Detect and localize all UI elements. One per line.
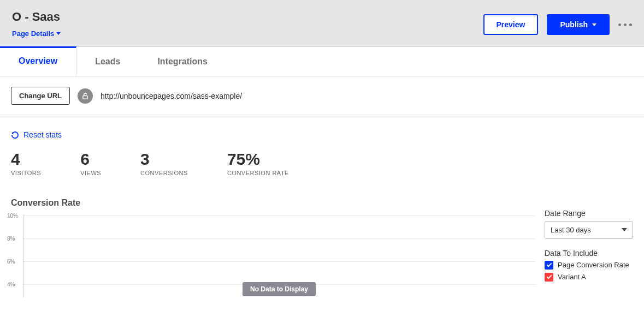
- tab-integrations[interactable]: Integrations: [139, 47, 226, 76]
- page-details-label: Page Details: [12, 29, 54, 38]
- chart-area: Conversion Rate 10% 8% 6% 4% No Data to …: [11, 198, 633, 297]
- y-tick: 8%: [7, 235, 15, 241]
- y-tick: 6%: [7, 258, 15, 264]
- publish-button[interactable]: Publish: [547, 14, 610, 35]
- chart-controls: Date Range Last 30 days Data To Include …: [535, 198, 633, 285]
- url-row: Change URL http://unbouncepages.com/sass…: [0, 77, 644, 115]
- stat-conversions: 3 CONVERSIONS: [140, 150, 188, 176]
- chart-block: Conversion Rate 10% 8% 6% 4% No Data to …: [11, 198, 535, 297]
- page-url: http://unbouncepages.com/sass-example/: [101, 92, 242, 100]
- date-range-value: Last 30 days: [551, 226, 591, 234]
- chart-title: Conversion Rate: [11, 198, 535, 208]
- tab-leads[interactable]: Leads: [76, 47, 139, 76]
- date-range-select[interactable]: Last 30 days: [545, 221, 633, 239]
- overview-content: Reset stats 4 VISITORS 6 VIEWS 3 CONVERS…: [0, 115, 644, 297]
- y-tick: 4%: [7, 281, 15, 287]
- no-data-badge: No Data to Display: [243, 282, 316, 296]
- y-tick: 10%: [7, 212, 18, 218]
- reset-stats-link[interactable]: Reset stats: [11, 130, 62, 139]
- page-details-dropdown[interactable]: Page Details: [12, 29, 61, 38]
- stat-value: 4: [11, 150, 41, 169]
- stat-value: 3: [140, 150, 188, 169]
- chevron-down-icon: [622, 228, 627, 231]
- stat-conversion-rate: 75% CONVERSION RATE: [227, 150, 289, 176]
- checkbox-label: Variant A: [558, 273, 586, 281]
- page-title: O - Saas: [12, 10, 61, 24]
- preview-button[interactable]: Preview: [483, 14, 539, 35]
- header-left: O - Saas Page Details: [12, 10, 61, 38]
- stats-row: 4 VISITORS 6 VIEWS 3 CONVERSIONS 75% CON…: [11, 150, 633, 176]
- data-include-label: Data To Include: [545, 249, 633, 258]
- chevron-down-icon: [592, 23, 596, 26]
- svg-rect-0: [83, 95, 87, 99]
- publish-label: Publish: [560, 20, 588, 29]
- chevron-down-icon: [56, 32, 61, 35]
- checkbox-label: Page Conversion Rate: [558, 261, 629, 269]
- conversion-rate-chart: 10% 8% 6% 4% No Data to Display: [23, 216, 535, 297]
- unlock-icon[interactable]: [78, 88, 93, 104]
- tab-overview[interactable]: Overview: [0, 46, 76, 76]
- stat-label: CONVERSION RATE: [227, 170, 289, 176]
- include-page-conversion-rate[interactable]: Page Conversion Rate: [545, 261, 633, 270]
- stat-label: VISITORS: [11, 170, 41, 176]
- reset-stats-label: Reset stats: [23, 130, 62, 139]
- change-url-button[interactable]: Change URL: [11, 87, 70, 105]
- header-bar: O - Saas Page Details Preview Publish: [0, 0, 644, 47]
- stat-label: CONVERSIONS: [140, 170, 188, 176]
- more-menu-button[interactable]: [618, 23, 632, 26]
- stat-visitors: 4 VISITORS: [11, 150, 41, 176]
- stat-value: 75%: [227, 150, 289, 169]
- stat-label: VIEWS: [80, 170, 101, 176]
- tabs: Overview Leads Integrations: [0, 47, 644, 77]
- stat-value: 6: [80, 150, 101, 169]
- stat-views: 6 VIEWS: [80, 150, 101, 176]
- checkbox-icon: [545, 261, 553, 270]
- refresh-icon: [11, 131, 19, 139]
- header-actions: Preview Publish: [483, 14, 633, 35]
- include-variant-a[interactable]: Variant A: [545, 273, 633, 282]
- checkbox-icon: [545, 273, 553, 282]
- date-range-label: Date Range: [545, 209, 633, 218]
